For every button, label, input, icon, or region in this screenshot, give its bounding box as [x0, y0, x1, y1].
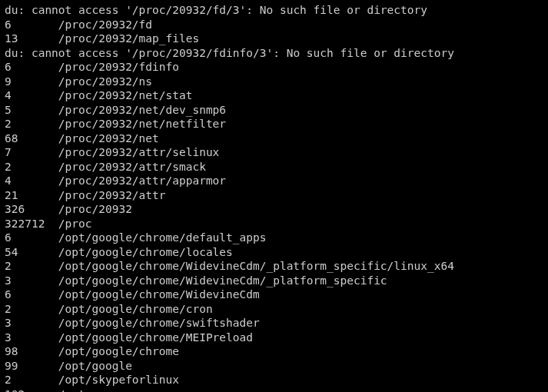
du-size: 2	[5, 373, 58, 387]
du-size: 68	[5, 131, 58, 146]
du-size: 4	[5, 174, 58, 188]
du-path: /opt	[58, 388, 85, 393]
du-path: /proc/20932/ns	[58, 75, 152, 88]
du-size: 102	[5, 387, 58, 393]
du-size: 3	[5, 274, 58, 288]
du-size: 6	[5, 231, 58, 245]
output-line: 3/opt/google/chrome/WidevineCdm/_platfor…	[5, 274, 543, 288]
terminal-output: du: cannot access '/proc/20932/fd/3': No…	[0, 0, 548, 392]
du-path: /opt/google/chrome/locales	[58, 246, 233, 258]
output-line: 6/proc/20932/fd	[5, 18, 543, 32]
du-path: /opt/google/chrome/WidevineCdm	[58, 288, 260, 301]
du-size: 13	[5, 32, 58, 46]
output-line: 4/proc/20932/net/stat	[5, 88, 543, 103]
output-line: 6/opt/google/chrome/default_apps	[5, 231, 543, 245]
output-line: 4/proc/20932/attr/apparmor	[5, 174, 543, 188]
du-size: 4	[5, 88, 58, 103]
du-path: /proc/20932/attr/apparmor	[58, 174, 226, 187]
output-line: 2/proc/20932/net/netfilter	[5, 117, 543, 131]
du-path: /opt/google/chrome/cron	[58, 303, 213, 315]
du-size: 6	[5, 287, 58, 302]
du-path: /proc/20932/net	[58, 132, 159, 145]
du-path: /proc/20932/net/dev_snmp6	[58, 104, 226, 116]
output-line: 2/opt/skypeforlinux	[5, 373, 543, 387]
du-path: /proc	[58, 218, 92, 230]
du-path: /proc/20932/fd	[58, 18, 152, 31]
output-line: 99/opt/google	[5, 359, 543, 374]
du-path: /opt/skypeforlinux	[58, 374, 179, 386]
du-size: 2	[5, 160, 58, 174]
du-path: /proc/20932/attr/selinux	[58, 146, 220, 158]
du-size: 9	[5, 75, 58, 89]
du-path: /opt/google/chrome/MEIPreload	[58, 331, 253, 344]
du-size: 99	[5, 359, 58, 374]
du-size: 7	[5, 145, 58, 160]
output-line: 2/proc/20932/attr/smack	[5, 160, 543, 174]
du-size: 6	[5, 60, 58, 75]
du-size: 6	[5, 18, 58, 32]
output-line: 326/proc/20932	[5, 202, 543, 217]
du-path: /proc/20932/fdinfo	[58, 61, 179, 73]
du-size: 21	[5, 188, 58, 203]
output-line: 54/opt/google/chrome/locales	[5, 245, 543, 260]
output-line: 7/proc/20932/attr/selinux	[5, 145, 543, 160]
du-size: 3	[5, 331, 58, 345]
output-line: 102/opt	[5, 387, 543, 393]
output-line: 98/opt/google/chrome	[5, 344, 543, 359]
output-line: 5/proc/20932/net/dev_snmp6	[5, 103, 543, 118]
du-path: /proc/20932/net/netfilter	[58, 118, 226, 130]
du-path: /proc/20932/net/stat	[58, 89, 193, 101]
output-line: 6/opt/google/chrome/WidevineCdm	[5, 287, 543, 302]
du-path: /proc/20932	[58, 203, 132, 215]
error-message: du: cannot access '/proc/20932/fdinfo/3'…	[5, 47, 454, 59]
du-size: 2	[5, 117, 58, 131]
du-path: /opt/google/chrome/default_apps	[58, 231, 267, 244]
output-line: 13/proc/20932/map_files	[5, 32, 543, 46]
du-size: 326	[5, 202, 58, 217]
output-line: 21/proc/20932/attr	[5, 188, 543, 203]
du-size: 2	[5, 302, 58, 317]
du-path: /opt/google/chrome/WidevineCdm/_platform…	[58, 274, 387, 287]
output-line: 9/proc/20932/ns	[5, 75, 543, 89]
du-size: 3	[5, 316, 58, 331]
du-size: 5	[5, 103, 58, 118]
output-line: 68/proc/20932/net	[5, 131, 543, 146]
du-size: 98	[5, 344, 58, 359]
du-path: /proc/20932/map_files	[58, 32, 199, 45]
du-path: /opt/google	[58, 360, 132, 372]
output-line: 2/opt/google/chrome/cron	[5, 302, 543, 317]
output-line: 3/opt/google/chrome/MEIPreload	[5, 331, 543, 345]
du-path: /opt/google/chrome	[58, 345, 179, 357]
du-path: /opt/google/chrome/swiftshader	[58, 317, 260, 329]
output-line: 6/proc/20932/fdinfo	[5, 60, 543, 75]
error-message: du: cannot access '/proc/20932/fd/3': No…	[5, 4, 427, 16]
output-line: 2/opt/google/chrome/WidevineCdm/_platfor…	[5, 259, 543, 274]
du-size: 2	[5, 259, 58, 274]
output-line: 3/opt/google/chrome/swiftshader	[5, 316, 543, 331]
du-path: /proc/20932/attr	[58, 189, 166, 201]
du-size: 322712	[5, 217, 58, 231]
output-line: 322712/proc	[5, 217, 543, 231]
du-size: 54	[5, 245, 58, 260]
du-path: /opt/google/chrome/WidevineCdm/_platform…	[58, 260, 454, 272]
output-line: du: cannot access '/proc/20932/fd/3': No…	[5, 3, 543, 18]
du-path: /proc/20932/attr/smack	[58, 161, 206, 173]
output-line: du: cannot access '/proc/20932/fdinfo/3'…	[5, 46, 543, 61]
